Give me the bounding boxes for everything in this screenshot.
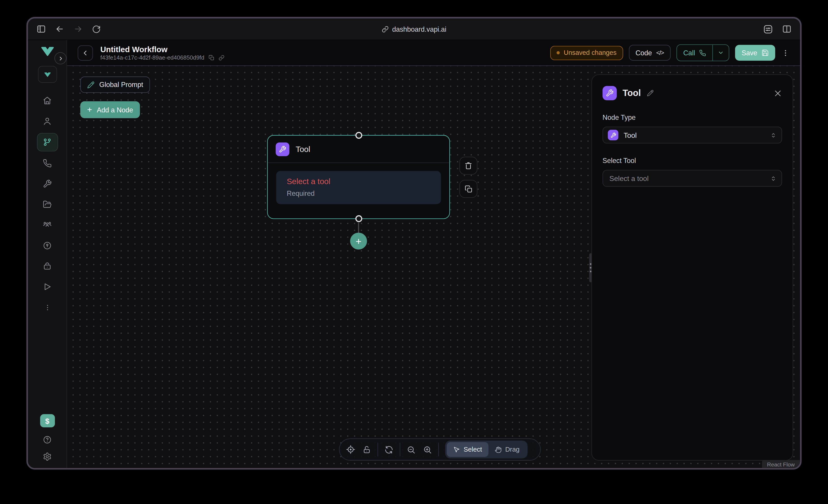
help-button[interactable] bbox=[43, 435, 52, 444]
home-icon bbox=[43, 96, 52, 105]
panel-title: Tool bbox=[623, 88, 641, 98]
cursor-icon bbox=[453, 446, 460, 453]
node-input-handle[interactable] bbox=[355, 132, 362, 139]
node-inspector-panel: Tool Node Type bbox=[591, 75, 793, 461]
phone-icon bbox=[699, 49, 706, 56]
tool-node-validation: Select a tool Required bbox=[276, 171, 441, 204]
browser-right-controls bbox=[763, 24, 792, 34]
wrench-icon bbox=[276, 142, 289, 156]
tools-icon bbox=[43, 179, 52, 188]
close-panel-button[interactable] bbox=[774, 89, 782, 97]
node-action-buttons bbox=[459, 157, 478, 198]
grip-dot-icon bbox=[590, 271, 591, 272]
sidebar-item-more[interactable] bbox=[37, 299, 57, 316]
sidebar-item-squads[interactable] bbox=[37, 216, 57, 234]
address-bar[interactable]: dashboard.vapi.ai bbox=[28, 18, 800, 40]
call-split-button: Call bbox=[676, 44, 730, 61]
sidebar-nav bbox=[37, 90, 58, 318]
node-edge bbox=[358, 223, 359, 234]
reader-settings-icon[interactable] bbox=[763, 24, 773, 34]
sidebar-item-workflows[interactable] bbox=[37, 133, 58, 151]
plus-icon: + bbox=[356, 236, 362, 246]
refresh-layout-button[interactable] bbox=[381, 445, 397, 454]
split-view-icon[interactable] bbox=[782, 24, 792, 34]
sidebar-item-phone-numbers[interactable] bbox=[37, 155, 57, 172]
unsaved-changes-badge: Unsaved changes bbox=[550, 46, 623, 60]
sidebar-item-home[interactable] bbox=[37, 92, 57, 109]
sidebar-expand-button[interactable] bbox=[54, 52, 67, 64]
workflow-canvas[interactable]: Global Prompt + Add a Node Tool bbox=[67, 66, 800, 468]
tool-node-error: Select a tool bbox=[287, 177, 430, 186]
node-type-select[interactable]: Tool bbox=[603, 127, 782, 143]
global-prompt-button[interactable]: Global Prompt bbox=[80, 77, 150, 93]
tool-node-header: Tool bbox=[268, 136, 449, 163]
chevrons-up-down-icon bbox=[770, 132, 777, 139]
node-type-value: Tool bbox=[624, 131, 637, 139]
overflow-menu-button[interactable] bbox=[781, 49, 790, 57]
tool-node-hint: Required bbox=[287, 189, 430, 197]
back-button[interactable] bbox=[78, 45, 93, 60]
node-output-handle[interactable] bbox=[355, 215, 362, 222]
zoom-out-button[interactable] bbox=[403, 445, 419, 454]
sidebar-item-tools[interactable] bbox=[37, 175, 57, 192]
org-switcher-button[interactable] bbox=[38, 66, 57, 83]
sidebar-item-test[interactable] bbox=[37, 278, 57, 295]
page-title: Untitled Workflow bbox=[100, 45, 224, 53]
grip-dot-icon bbox=[590, 267, 591, 269]
header-actions: Unsaved changes Code </> Call bbox=[550, 44, 790, 61]
copy-icon bbox=[464, 185, 472, 193]
link-icon bbox=[382, 26, 388, 33]
tool-node[interactable]: Tool Select a tool Required bbox=[267, 135, 450, 219]
main-area: Untitled Workflow f43fe14a-c17c-4d2f-89a… bbox=[67, 40, 800, 468]
sidebar-toggle-icon[interactable] bbox=[36, 24, 46, 34]
select-mode-button[interactable]: Select bbox=[447, 442, 489, 457]
duplicate-node-button[interactable] bbox=[459, 180, 478, 198]
canvas-toolbar: Select Drag bbox=[339, 439, 541, 461]
billing-button[interactable]: $ bbox=[40, 414, 55, 427]
dollar-icon: $ bbox=[45, 417, 49, 425]
browser-chrome: dashboard.vapi.ai bbox=[28, 18, 800, 40]
node-type-label: Node Type bbox=[603, 113, 782, 122]
forward-icon[interactable] bbox=[73, 24, 83, 34]
fit-view-button[interactable] bbox=[342, 445, 359, 454]
more-icon bbox=[44, 304, 51, 311]
settings-button[interactable] bbox=[43, 452, 52, 461]
test-icon bbox=[43, 282, 52, 291]
code-button[interactable]: Code </> bbox=[629, 45, 670, 60]
wrench-icon bbox=[608, 130, 618, 140]
call-options-button[interactable] bbox=[713, 45, 729, 60]
select-tool-select[interactable]: Select a tool bbox=[603, 170, 782, 187]
zoom-in-button[interactable] bbox=[419, 445, 436, 454]
reload-icon[interactable] bbox=[92, 25, 101, 34]
grip-dot-icon bbox=[590, 263, 591, 265]
toolbar-divider bbox=[438, 443, 439, 456]
sidebar-item-security[interactable] bbox=[37, 258, 57, 275]
drag-mode-button[interactable]: Drag bbox=[488, 442, 526, 457]
save-button[interactable]: Save bbox=[735, 45, 775, 60]
copy-link-icon[interactable] bbox=[218, 55, 224, 60]
sidebar-item-files[interactable] bbox=[37, 196, 57, 213]
add-next-node-button[interactable]: + bbox=[350, 233, 367, 249]
toolbar-divider bbox=[400, 443, 400, 456]
tool-node-body: Select a tool Required bbox=[268, 163, 449, 212]
lock-toggle-button[interactable] bbox=[359, 445, 375, 454]
copy-id-icon[interactable] bbox=[209, 55, 214, 60]
tool-node-title: Tool bbox=[296, 144, 310, 153]
sidebar-item-provider-keys[interactable] bbox=[37, 237, 57, 254]
rename-node-button[interactable] bbox=[647, 90, 654, 97]
code-icon: </> bbox=[656, 49, 664, 56]
workflow-title-block: Untitled Workflow f43fe14a-c17c-4d2f-89a… bbox=[100, 45, 224, 60]
call-button[interactable]: Call bbox=[677, 45, 713, 60]
add-node-button[interactable]: + Add a Node bbox=[80, 101, 140, 118]
pencil-icon bbox=[87, 81, 94, 88]
chevrons-up-down-icon bbox=[770, 175, 777, 182]
vapi-logo bbox=[41, 46, 54, 57]
mode-segmented-control: Select Drag bbox=[445, 441, 527, 459]
files-icon bbox=[43, 200, 52, 209]
assistants-icon bbox=[43, 117, 52, 126]
back-icon[interactable] bbox=[55, 24, 64, 34]
delete-node-button[interactable] bbox=[459, 157, 478, 175]
sidebar-item-assistants[interactable] bbox=[37, 112, 57, 130]
squads-icon bbox=[43, 221, 52, 230]
react-flow-attribution: React Flow bbox=[762, 460, 800, 469]
